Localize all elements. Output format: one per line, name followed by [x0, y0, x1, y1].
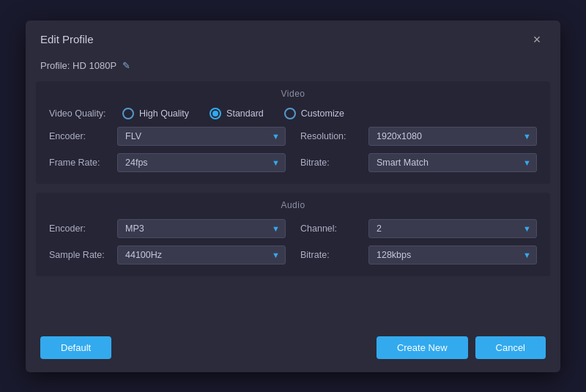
dialog-title: Edit Profile — [40, 33, 94, 45]
radio-customize[interactable]: Customize — [284, 108, 344, 119]
resolution-group: Resolution: 1920x1080 1280x720 854x480 6… — [300, 127, 537, 146]
video-encoder-select-wrap: FLV H.264 H.265 MPEG-4 WMV ▼ — [117, 127, 286, 146]
audio-encoder-group: Encoder: MP3 AAC WMA OGG ▼ — [49, 219, 286, 238]
video-bitrate-select[interactable]: Smart Match 1000kbps 2000kbps 5000kbps — [368, 153, 537, 172]
sample-rate-group: Sample Rate: 44100Hz 22050Hz 48000Hz ▼ — [49, 245, 286, 265]
audio-bitrate-group: Bitrate: 128kbps 64kbps 192kbps 320kbps … — [300, 245, 537, 265]
profile-row: Profile: HD 1080P ✎ — [26, 56, 560, 81]
channel-group: Channel: 2 1 6 ▼ — [300, 219, 537, 238]
radio-high-quality-outer — [122, 108, 134, 119]
video-row-1: Encoder: FLV H.264 H.265 MPEG-4 WMV ▼ Re… — [49, 127, 537, 146]
sample-rate-label: Sample Rate: — [49, 250, 111, 260]
video-section: Video Video Quality: High Quality Standa… — [36, 81, 550, 184]
radio-high-quality-label: High Quality — [139, 108, 189, 119]
radio-customize-outer — [284, 108, 296, 119]
audio-section: Audio Encoder: MP3 AAC WMA OGG ▼ Channel… — [36, 193, 550, 276]
frame-rate-select[interactable]: 24fps 25fps 30fps 60fps — [117, 153, 286, 172]
edit-profile-dialog: Edit Profile × Profile: HD 1080P ✎ Video… — [26, 21, 560, 372]
channel-label: Channel: — [300, 223, 363, 234]
footer-right-buttons: Create New Cancel — [377, 336, 546, 359]
radio-standard-label: Standard — [226, 108, 264, 119]
audio-row-1: Encoder: MP3 AAC WMA OGG ▼ Channel: 2 — [49, 219, 537, 238]
radio-high-quality[interactable]: High Quality — [122, 108, 189, 119]
create-new-button[interactable]: Create New — [377, 336, 468, 359]
audio-encoder-label: Encoder: — [49, 223, 111, 234]
audio-encoder-select[interactable]: MP3 AAC WMA OGG — [117, 219, 286, 238]
resolution-select-wrap: 1920x1080 1280x720 854x480 640x360 ▼ — [368, 127, 537, 146]
audio-encoder-select-wrap: MP3 AAC WMA OGG ▼ — [117, 219, 286, 238]
video-section-title: Video — [49, 89, 537, 99]
frame-rate-select-wrap: 24fps 25fps 30fps 60fps ▼ — [117, 153, 286, 172]
edit-profile-icon[interactable]: ✎ — [122, 60, 130, 71]
video-row-2: Frame Rate: 24fps 25fps 30fps 60fps ▼ Bi… — [49, 153, 537, 172]
dialog-footer: Default Create New Cancel — [26, 329, 560, 372]
audio-bitrate-label: Bitrate: — [300, 250, 363, 260]
video-bitrate-group: Bitrate: Smart Match 1000kbps 2000kbps 5… — [300, 153, 537, 172]
close-button[interactable]: × — [528, 31, 546, 48]
default-button[interactable]: Default — [40, 336, 111, 359]
audio-section-title: Audio — [49, 200, 537, 210]
audio-row-2: Sample Rate: 44100Hz 22050Hz 48000Hz ▼ B… — [49, 245, 537, 265]
resolution-label: Resolution: — [300, 131, 363, 141]
profile-label: Profile: HD 1080P — [40, 60, 116, 71]
audio-bitrate-select[interactable]: 128kbps 64kbps 192kbps 320kbps — [368, 245, 537, 265]
video-encoder-label: Encoder: — [49, 131, 111, 141]
sample-rate-select-wrap: 44100Hz 22050Hz 48000Hz ▼ — [117, 245, 286, 265]
sample-rate-select[interactable]: 44100Hz 22050Hz 48000Hz — [117, 245, 286, 265]
frame-rate-label: Frame Rate: — [49, 158, 111, 168]
video-encoder-select[interactable]: FLV H.264 H.265 MPEG-4 WMV — [117, 127, 286, 146]
radio-standard[interactable]: Standard — [209, 108, 264, 119]
channel-select-wrap: 2 1 6 ▼ — [368, 219, 537, 238]
video-bitrate-label: Bitrate: — [300, 158, 363, 168]
video-quality-row: Video Quality: High Quality Standard Cu — [49, 108, 537, 119]
radio-standard-outer — [209, 108, 221, 119]
video-encoder-group: Encoder: FLV H.264 H.265 MPEG-4 WMV ▼ — [49, 127, 286, 146]
resolution-select[interactable]: 1920x1080 1280x720 854x480 640x360 — [368, 127, 537, 146]
video-quality-radio-group: High Quality Standard Customize — [122, 108, 537, 119]
channel-select[interactable]: 2 1 6 — [368, 219, 537, 238]
radio-standard-inner — [212, 111, 218, 117]
video-bitrate-select-wrap: Smart Match 1000kbps 2000kbps 5000kbps ▼ — [368, 153, 537, 172]
audio-bitrate-select-wrap: 128kbps 64kbps 192kbps 320kbps ▼ — [368, 245, 537, 265]
radio-customize-label: Customize — [301, 108, 344, 119]
titlebar: Edit Profile × — [26, 21, 560, 56]
cancel-button[interactable]: Cancel — [475, 336, 546, 359]
frame-rate-group: Frame Rate: 24fps 25fps 30fps 60fps ▼ — [49, 153, 286, 172]
video-quality-label: Video Quality: — [49, 108, 115, 119]
